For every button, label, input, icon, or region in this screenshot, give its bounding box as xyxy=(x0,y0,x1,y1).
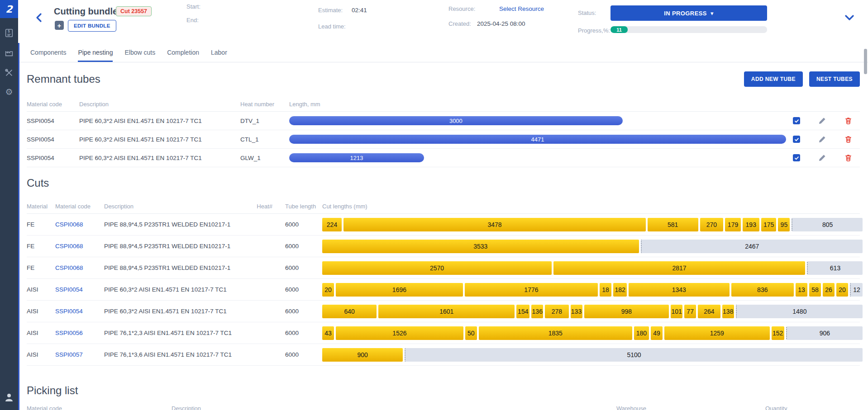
tube-length-cell: 6000 xyxy=(272,308,322,315)
cut-segment: 20 xyxy=(836,283,848,297)
tab-components[interactable]: Components xyxy=(30,43,66,62)
table-row: SSPI0054PIPE 60,3*2 AISI EN1.4571 EN 102… xyxy=(27,130,860,149)
heat-number-cell: GLW_1 xyxy=(240,155,289,161)
caret-down-icon: ▾ xyxy=(711,10,714,17)
tube-length-cell: 6000 xyxy=(272,264,322,271)
remainder-segment: 906 xyxy=(786,326,863,340)
length-bar-track: 4471 xyxy=(289,135,786,144)
cut-lengths-track: 35332467 xyxy=(322,240,863,253)
tab-completion[interactable]: Completion xyxy=(167,43,199,62)
material-code-link[interactable]: SSPI0057 xyxy=(55,351,83,358)
tube-length-cell: 6000 xyxy=(272,221,322,228)
row-controls xyxy=(786,154,863,162)
table-row: FECSPI0068PIPE 88,9*4,5 P235TR1 WELDED E… xyxy=(27,236,860,257)
production-icon[interactable] xyxy=(4,48,14,58)
cut-segment: 278 xyxy=(545,305,568,318)
resource-label: Resource: xyxy=(448,5,475,12)
cuts-table: FECSPI0068PIPE 88,9*4,5 P235TR1 WELDED E… xyxy=(27,214,860,366)
cut-segment: 900 xyxy=(322,348,403,362)
progress-bar: 11 xyxy=(610,26,767,33)
back-button[interactable] xyxy=(34,13,43,23)
tab-pipe-nesting[interactable]: Pipe nesting xyxy=(78,43,113,62)
cut-lengths-track: 25702817613 xyxy=(322,261,863,275)
column-header: Description xyxy=(79,101,240,108)
checkbox-checked-icon[interactable] xyxy=(793,154,800,161)
checkbox-checked-icon[interactable] xyxy=(793,117,800,124)
table-row: AISISSPI0054PIPE 60,3*2 AISI EN1.4571 EN… xyxy=(27,279,860,301)
remnant-table: SSPI0054PIPE 60,3*2 AISI EN1.4571 EN 102… xyxy=(27,112,860,167)
user-icon[interactable] xyxy=(4,392,14,403)
column-header: Description xyxy=(104,203,249,210)
column-header: Material code xyxy=(55,203,104,210)
add-new-tube-button[interactable]: ADD NEW TUBE xyxy=(744,71,803,87)
column-header: Heat number xyxy=(240,101,289,108)
material-cell: AISI xyxy=(27,308,55,315)
cut-segment: 1776 xyxy=(465,283,598,297)
app-window: 2 $ ⚙ xyxy=(0,0,868,410)
trash-icon[interactable] xyxy=(844,117,852,125)
cut-segment: 138 xyxy=(722,305,734,318)
settings-gear-icon[interactable]: ⚙ xyxy=(5,88,13,96)
tube-length-cell: 6000 xyxy=(272,286,322,293)
material-code-link[interactable]: SSPI0054 xyxy=(55,308,83,315)
cut-segment: 3478 xyxy=(343,218,646,231)
picking-table-header: Material codeDescriptionWarehouseQuantit… xyxy=(27,401,860,410)
tab-labor[interactable]: Labor xyxy=(211,43,227,62)
description-cell: PIPE 60,3*2 AISI EN1.4571 EN 10217-7 TC1 xyxy=(104,286,249,293)
progress-label: Progress,%: xyxy=(578,27,610,34)
cut-segment: 2817 xyxy=(553,261,805,275)
remainder-segment: 1480 xyxy=(736,305,863,318)
created-value: 2025-04-25 08:00 xyxy=(477,20,525,27)
plus-icon[interactable]: + xyxy=(55,21,64,30)
cut-segment: 49 xyxy=(651,326,663,340)
cut-segment: 179 xyxy=(725,218,740,231)
material-code-link[interactable]: CSPI0068 xyxy=(55,221,83,228)
trash-icon[interactable] xyxy=(844,135,852,143)
status-dropdown-button[interactable]: IN PROGRESS ▾ xyxy=(610,5,767,21)
vertical-scrollbar[interactable] xyxy=(864,49,867,74)
description-cell: PIPE 88,9*4,5 P235TR1 WELDED EN10217-1 xyxy=(104,243,249,250)
cut-segment: 43 xyxy=(322,326,334,340)
tube-length-cell: 6000 xyxy=(272,330,322,336)
pencil-icon[interactable] xyxy=(818,154,826,162)
tab-elbow-cuts[interactable]: Elbow cuts xyxy=(124,43,155,62)
column-header: Length, mm xyxy=(289,101,783,108)
description-cell: PIPE 88,9*4,5 P235TR1 WELDED EN10217-1 xyxy=(104,221,249,228)
page-body: ComponentsPipe nestingElbow cutsCompleti… xyxy=(18,43,868,410)
cut-segment: 58 xyxy=(809,283,821,297)
material-code-link[interactable]: SSPI0056 xyxy=(55,330,83,336)
cut-segment: 13 xyxy=(796,283,807,297)
material-code-link[interactable]: SSPI0054 xyxy=(55,286,83,293)
content: Remnant tubes ADD NEW TUBE NEST TUBES Ma… xyxy=(19,62,868,410)
select-resource-link[interactable]: Select Resource xyxy=(499,5,544,12)
estimates-icon[interactable]: $ xyxy=(4,28,14,38)
pencil-icon[interactable] xyxy=(818,135,826,143)
cut-segment: 180 xyxy=(634,326,649,340)
tools-icon[interactable] xyxy=(4,68,14,78)
remnant-table-header: Material codeDescriptionHeat numberLengt… xyxy=(27,97,860,112)
tube-length-cell: 6000 xyxy=(272,351,322,358)
material-code-link[interactable]: CSPI0068 xyxy=(55,264,83,271)
cut-segment: 1601 xyxy=(378,305,515,318)
status-label: Status: xyxy=(578,9,596,16)
pencil-icon[interactable] xyxy=(818,117,826,125)
length-bar-track: 3000 xyxy=(289,116,786,125)
cut-segment: 1259 xyxy=(664,326,770,340)
edit-bundle-button[interactable]: EDIT BUNDLE xyxy=(68,20,116,32)
material-code-cell: CSPI0068 xyxy=(55,221,104,228)
trash-icon[interactable] xyxy=(844,154,852,162)
column-header: Material xyxy=(27,203,55,210)
nest-tubes-button[interactable]: NEST TUBES xyxy=(809,71,860,87)
material-cell: FE xyxy=(27,221,55,228)
chevron-down-icon[interactable] xyxy=(844,12,855,24)
checkbox-checked-icon[interactable] xyxy=(793,136,800,143)
progress-value: 11 xyxy=(610,26,628,33)
app-logo[interactable]: 2 xyxy=(0,0,18,18)
row-controls xyxy=(786,135,863,143)
material-code-cell: SSPI0054 xyxy=(55,308,104,315)
remnant-tubes-title: Remnant tubes xyxy=(27,72,100,86)
column-header: Tube length xyxy=(272,203,322,210)
material-code-link[interactable]: CSPI0068 xyxy=(55,243,83,250)
material-code-cell: SSPI0054 xyxy=(55,286,104,293)
estimate-value: 02:41 xyxy=(352,7,367,14)
